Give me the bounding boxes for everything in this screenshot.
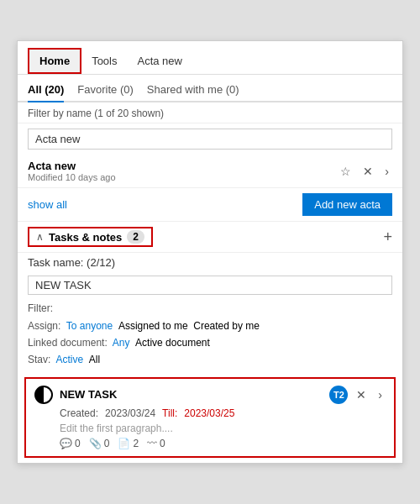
- task-card-left: NEW TASK: [34, 386, 117, 404]
- attachment-icon: 📎: [89, 438, 102, 449]
- show-all-link[interactable]: show all: [28, 198, 67, 211]
- nav-tab-tools[interactable]: Tools: [81, 50, 127, 72]
- task-card-title: NEW TASK: [60, 388, 117, 401]
- comment-icon: 💬: [60, 438, 72, 449]
- nav-tab-home[interactable]: Home: [28, 48, 81, 74]
- till-label: Till:: [162, 407, 177, 419]
- task-description: Edit the first paragraph....: [60, 423, 386, 434]
- subtab-favorite[interactable]: Favorite (0): [77, 80, 133, 102]
- comments-stat: 💬 0: [60, 438, 81, 449]
- task-open-button[interactable]: ›: [375, 386, 386, 403]
- add-task-icon[interactable]: +: [383, 228, 392, 246]
- task-close-button[interactable]: ✕: [353, 386, 370, 403]
- filter-label-text: Filter:: [28, 302, 53, 314]
- linked-doc-any-link[interactable]: Any: [113, 337, 130, 349]
- list-item-title: Acta new: [28, 160, 116, 172]
- docs-stat: 📄 2: [118, 438, 139, 449]
- task-status-icon: [34, 386, 53, 404]
- actions-row: show all Add new acta: [18, 188, 402, 222]
- task-name-row: Task name: (2/12): [18, 253, 402, 272]
- assigned-to-me-text[interactable]: Assigned to me: [118, 320, 188, 332]
- add-new-acta-button[interactable]: Add new acta: [302, 193, 392, 216]
- task-search-input[interactable]: [28, 276, 392, 295]
- list-item-actions: ☆ ✕ ›: [337, 163, 392, 180]
- sub-tabs: All (20) Favorite (0) Shared with me (0): [18, 75, 402, 102]
- subtab-shared[interactable]: Shared with me (0): [147, 80, 239, 102]
- comment-count: 0: [75, 438, 81, 449]
- t2-badge: T2: [329, 386, 348, 404]
- acta-list-item: Acta new Modified 10 days ago ☆ ✕ ›: [18, 155, 402, 188]
- other-icon: 〰: [147, 438, 157, 449]
- other-count: 0: [160, 438, 165, 449]
- created-by-me-text[interactable]: Created by me: [193, 320, 260, 332]
- till-date: 2023/03/25: [184, 407, 234, 419]
- created-label: Created:: [60, 407, 98, 419]
- filter-label: Filter by name (1 of 20 shown): [18, 102, 402, 123]
- attachments-stat: 📎 0: [89, 438, 110, 449]
- nav-tab-acta-new[interactable]: Acta new: [127, 50, 192, 72]
- tasks-section-header: ∧ Tasks & notes 2 +: [18, 222, 402, 253]
- main-window: Home Tools Acta new All (20) Favorite (0…: [17, 40, 403, 464]
- stav-label: Stav:: [28, 354, 50, 365]
- doc-count: 2: [133, 438, 139, 449]
- filter-section: Filter: Assign: To anyone Assigned to me…: [18, 298, 402, 372]
- top-nav: Home Tools Acta new: [18, 41, 402, 75]
- stav-active-link[interactable]: Active: [55, 354, 83, 365]
- search-input[interactable]: [28, 129, 392, 150]
- task-stats: 💬 0 📎 0 📄 2 〰 0: [60, 438, 386, 449]
- task-card[interactable]: NEW TASK T2 ✕ › Created: 2023/03/24 Till…: [24, 377, 396, 458]
- other-stat: 〰 0: [147, 438, 165, 449]
- created-date: 2023/03/24: [105, 407, 155, 419]
- section-badge: 2: [127, 230, 144, 244]
- favorite-button[interactable]: ☆: [337, 163, 354, 180]
- attachment-count: 0: [104, 438, 110, 449]
- task-dates: Created: 2023/03/24 Till: 2023/03/25: [60, 407, 386, 419]
- section-title-box: ∧ Tasks & notes 2: [28, 227, 153, 247]
- chevron-up-icon[interactable]: ∧: [36, 231, 44, 243]
- chevron-right-button[interactable]: ›: [381, 163, 392, 180]
- stav-all-text[interactable]: All: [89, 354, 100, 365]
- assign-label: Assign:: [28, 320, 60, 332]
- task-card-actions: T2 ✕ ›: [329, 386, 386, 404]
- close-button[interactable]: ✕: [360, 163, 376, 180]
- linked-doc-label: Linked document:: [28, 337, 108, 349]
- list-item-meta: Modified 10 days ago: [28, 172, 116, 182]
- active-doc-text[interactable]: Active document: [135, 337, 210, 349]
- doc-icon: 📄: [118, 438, 130, 449]
- assign-anyone-link[interactable]: To anyone: [66, 320, 113, 332]
- section-title: Tasks & notes: [49, 231, 122, 244]
- subtab-all[interactable]: All (20): [28, 80, 64, 102]
